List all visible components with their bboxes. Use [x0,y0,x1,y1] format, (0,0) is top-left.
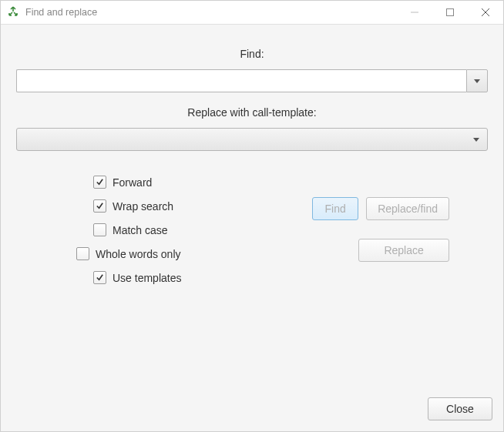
forward-checkbox[interactable]: Forward [93,176,312,189]
dialog-content: Find: Replace with call-template: Forwar… [1,25,503,390]
use-templates-checkbox[interactable]: Use templates [93,271,312,284]
use-templates-label: Use templates [113,272,181,284]
find-replace-dialog: Find and replace Find: Replace with call… [0,0,504,432]
wrap-label: Wrap search [113,200,173,213]
action-buttons: Find Replace/find Replace [312,176,488,374]
find-combo [16,69,488,92]
find-label: Find: [16,48,488,60]
window-close-button[interactable] [468,1,503,24]
wrap-search-checkbox[interactable]: Wrap search [93,199,312,213]
checkbox-icon [76,247,89,260]
close-button[interactable]: Close [428,397,492,420]
replace-template-select[interactable] [16,128,488,151]
forward-label: Forward [113,176,152,189]
replace-label: Replace with call-template: [16,106,488,119]
whole-words-label: Whole words only [96,248,181,260]
svg-rect-1 [447,9,454,16]
checkbox-icon [93,223,106,236]
options-group: Forward Wrap search Match case Whole wor… [16,176,312,374]
replace-find-button[interactable]: Replace/find [366,197,449,220]
chevron-down-icon [473,138,479,142]
match-case-checkbox[interactable]: Match case [93,223,312,236]
whole-words-checkbox[interactable]: Whole words only [76,247,312,260]
checkbox-icon [93,271,106,284]
find-dropdown-button[interactable] [466,69,488,92]
titlebar: Find and replace [1,1,503,25]
checkbox-icon [93,176,106,189]
find-button[interactable]: Find [312,197,358,220]
minimize-button[interactable] [397,1,432,24]
find-input[interactable] [16,69,466,92]
checkbox-icon [93,199,106,213]
chevron-down-icon [474,79,480,83]
app-icon [7,6,19,18]
match-case-label: Match case [113,224,168,236]
maximize-button[interactable] [432,1,468,24]
dialog-footer: Close [1,390,503,431]
replace-button[interactable]: Replace [358,239,449,262]
window-title: Find and replace [25,7,397,18]
